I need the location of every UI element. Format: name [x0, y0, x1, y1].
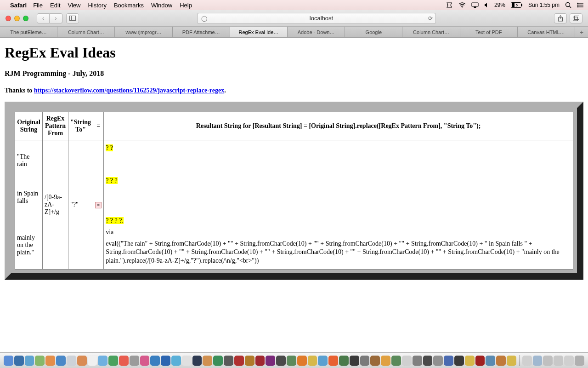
dock-item-22[interactable]: [234, 356, 244, 366]
minimize-button[interactable]: [14, 16, 20, 21]
dock-right-item-2[interactable]: [543, 356, 553, 366]
eq-button[interactable]: =: [95, 202, 102, 208]
dock-item-26[interactable]: [276, 356, 286, 366]
wifi-icon[interactable]: [458, 2, 466, 8]
dock-item-42[interactable]: [444, 356, 453, 366]
cell-pattern[interactable]: /[0-9a-zA-Z]+/g: [43, 140, 68, 270]
dock-item-0[interactable]: [4, 356, 13, 366]
dock-right-item-5[interactable]: [575, 356, 584, 366]
dock-item-39[interactable]: [413, 356, 422, 366]
dock-item-7[interactable]: [77, 356, 87, 366]
dock-item-38[interactable]: [402, 356, 412, 366]
dock-item-13[interactable]: [140, 356, 150, 366]
dock-item-19[interactable]: [203, 356, 212, 366]
dock-item-28[interactable]: [297, 356, 307, 366]
battery-percent[interactable]: 29%: [494, 2, 505, 8]
menu-edit[interactable]: Edit: [50, 2, 60, 9]
close-button[interactable]: [6, 16, 11, 21]
dock-right-item-0[interactable]: [522, 356, 532, 366]
dock-item-12[interactable]: [130, 356, 139, 366]
cell-original[interactable]: "The rain in Spain falls mainly on the p…: [15, 140, 43, 270]
dock-item-4[interactable]: [45, 356, 55, 366]
forward-button[interactable]: ›: [50, 13, 62, 23]
app-name[interactable]: Safari: [10, 2, 27, 9]
cell-eq[interactable]: =: [93, 140, 104, 270]
airplay-icon[interactable]: [471, 2, 479, 8]
clock[interactable]: Sun 1:55 pm: [528, 2, 560, 8]
tab-7[interactable]: Column Chart…: [402, 27, 460, 37]
dock-item-23[interactable]: [245, 356, 254, 366]
dock-item-20[interactable]: [213, 356, 223, 366]
dock-item-36[interactable]: [381, 356, 390, 366]
thanks-link[interactable]: https://stackoverflow.com/questions/1162…: [34, 87, 224, 94]
dock-item-11[interactable]: [119, 356, 129, 366]
dock-item-27[interactable]: [287, 356, 296, 366]
spotlight-icon[interactable]: [565, 2, 571, 8]
dock-item-44[interactable]: [465, 356, 475, 366]
dock-item-3[interactable]: [35, 356, 45, 366]
dock-item-47[interactable]: [496, 356, 506, 366]
volume-icon[interactable]: [484, 2, 489, 8]
dock-item-16[interactable]: [171, 356, 181, 366]
dock-item-1[interactable]: [14, 356, 24, 366]
eval-text: eval(("The rain" + String.fromCharCode(1…: [106, 240, 571, 266]
dock-item-9[interactable]: [98, 356, 107, 366]
tab-0[interactable]: The putEleme…: [0, 27, 57, 37]
menu-bookmarks[interactable]: Bookmarks: [114, 2, 144, 9]
dock-item-31[interactable]: [328, 356, 338, 366]
script-icon[interactable]: [446, 2, 453, 8]
dock-item-8[interactable]: [88, 356, 97, 366]
tab-4[interactable]: RegEx Eval Ide…: [230, 27, 288, 37]
dock-right-item-1[interactable]: [533, 356, 543, 366]
dock-item-48[interactable]: [507, 356, 516, 366]
address-bar[interactable]: ◯ localhost ⟳: [197, 13, 436, 24]
tab-9[interactable]: Canvas HTML…: [518, 27, 575, 37]
dock-item-33[interactable]: [350, 356, 359, 366]
dock-item-15[interactable]: [161, 356, 170, 366]
dock-item-5[interactable]: [56, 356, 66, 366]
menu-view[interactable]: View: [68, 2, 81, 9]
tab-8[interactable]: Text of PDF: [460, 27, 518, 37]
dock-item-14[interactable]: [150, 356, 160, 366]
share-button[interactable]: [554, 13, 567, 23]
sidebar-button[interactable]: [66, 13, 79, 23]
dock-right-item-4[interactable]: [564, 356, 574, 366]
tab-2[interactable]: www.rjmprogr…: [115, 27, 172, 37]
tabs-button[interactable]: [570, 13, 582, 23]
new-tab-button[interactable]: +: [575, 27, 588, 37]
dock-item-6[interactable]: [67, 356, 76, 366]
menu-window[interactable]: Window: [151, 2, 172, 9]
menu-history[interactable]: History: [88, 2, 106, 9]
dock-item-24[interactable]: [255, 356, 265, 366]
dock-item-43[interactable]: [454, 356, 464, 366]
dock-item-34[interactable]: [360, 356, 370, 366]
dock-item-2[interactable]: [25, 356, 34, 366]
dock-item-46[interactable]: [486, 356, 495, 366]
tab-5[interactable]: Adobe - Down…: [288, 27, 345, 37]
dock-item-35[interactable]: [370, 356, 380, 366]
dock-item-40[interactable]: [423, 356, 433, 366]
battery-icon[interactable]: [511, 2, 523, 8]
dock-item-10[interactable]: [108, 356, 118, 366]
dock-item-32[interactable]: [339, 356, 349, 366]
back-button[interactable]: ‹: [37, 13, 50, 23]
dock-item-21[interactable]: [224, 356, 233, 366]
menu-help[interactable]: Help: [180, 2, 192, 9]
dock-item-17[interactable]: [182, 356, 192, 366]
tab-3[interactable]: PDF Attachme…: [173, 27, 230, 37]
cell-to[interactable]: "?": [68, 140, 93, 270]
dock-item-29[interactable]: [308, 356, 317, 366]
dock-item-18[interactable]: [192, 356, 202, 366]
zoom-button[interactable]: [23, 16, 28, 21]
reload-icon[interactable]: ⟳: [428, 15, 433, 22]
dock-item-25[interactable]: [266, 356, 275, 366]
dock-item-30[interactable]: [318, 356, 328, 366]
menu-extras-icon[interactable]: [577, 2, 583, 8]
dock-item-41[interactable]: [433, 356, 443, 366]
dock-item-37[interactable]: [391, 356, 401, 366]
tab-6[interactable]: Google: [345, 27, 402, 37]
dock-item-45[interactable]: [475, 356, 485, 366]
tab-1[interactable]: Column Chart…: [57, 27, 115, 37]
dock-right-item-3[interactable]: [554, 356, 563, 366]
menu-file[interactable]: File: [33, 2, 43, 9]
